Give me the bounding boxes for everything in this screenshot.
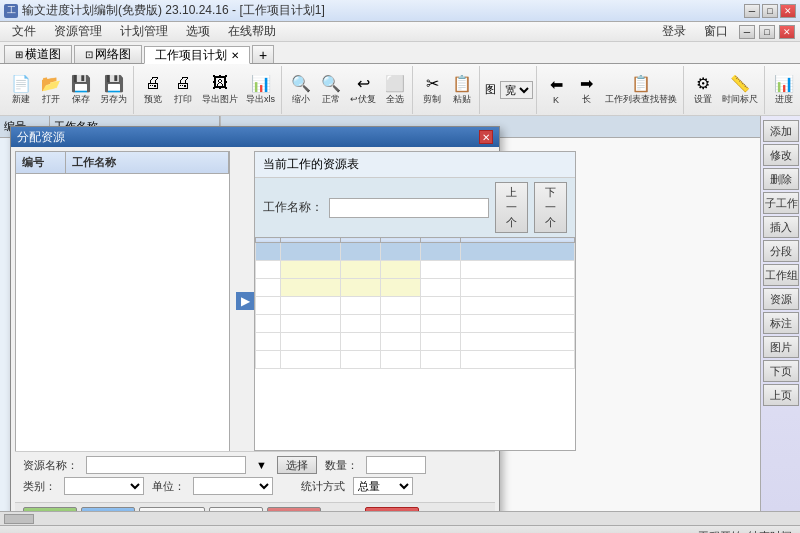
toolbar-paste[interactable]: 📋 粘贴	[448, 71, 476, 108]
table-row[interactable]	[256, 279, 575, 297]
cell-2-5[interactable]	[421, 261, 461, 279]
menu-file[interactable]: 文件	[4, 21, 44, 42]
toolbar-open[interactable]: 📂 打开	[37, 71, 65, 108]
cell-7-4[interactable]	[381, 351, 421, 369]
sidebar-annotation[interactable]: 标注	[763, 312, 799, 334]
toolbar-select-all[interactable]: ⬜ 全选	[381, 71, 409, 108]
cell-5-3[interactable]	[341, 315, 381, 333]
menu-login[interactable]: 登录	[654, 21, 694, 42]
cell-4-4[interactable]	[381, 297, 421, 315]
cell-6-3[interactable]	[341, 333, 381, 351]
cell-7-1[interactable]	[256, 351, 281, 369]
toolbar-new[interactable]: 📄 新建	[7, 71, 35, 108]
cell-3-4[interactable]	[381, 279, 421, 297]
cell-4-3[interactable]	[341, 297, 381, 315]
next-work-button[interactable]: 下一个	[534, 182, 567, 233]
table-row[interactable]	[256, 333, 575, 351]
toolbar-cut[interactable]: ✂ 剪制	[418, 71, 446, 108]
cell-3-5[interactable]	[421, 279, 461, 297]
add-action-button[interactable]: 添加	[23, 507, 77, 511]
toolbar-export-xls[interactable]: 📊 导出xls	[243, 71, 278, 108]
cell-7-6[interactable]	[461, 351, 575, 369]
horizontal-scrollbar[interactable]	[0, 511, 800, 525]
cell-5-6[interactable]	[461, 315, 575, 333]
sidebar-insert[interactable]: 插入	[763, 216, 799, 238]
cell-2-2[interactable]	[281, 261, 341, 279]
cell-4-2[interactable]	[281, 297, 341, 315]
minimize-button[interactable]: ─	[744, 4, 760, 18]
cell-3-6[interactable]	[461, 279, 575, 297]
calc-select[interactable]: 总量 平均 最大	[353, 477, 413, 495]
menu-resource[interactable]: 资源管理	[46, 21, 110, 42]
cell-6-1[interactable]	[256, 333, 281, 351]
cell-4-1[interactable]	[256, 297, 281, 315]
app-maximize[interactable]: □	[759, 25, 775, 39]
arrow-button[interactable]: ▶	[236, 292, 254, 310]
edit-action-button[interactable]: 修改	[81, 507, 135, 511]
scrollbar-thumb[interactable]	[4, 514, 34, 524]
cell-4-6[interactable]	[461, 297, 575, 315]
count-input[interactable]	[366, 456, 426, 474]
cell-3-1[interactable]	[256, 279, 281, 297]
tab-network[interactable]: ⊡ 网络图	[74, 45, 142, 63]
toolbar-zoom-normal[interactable]: 🔍 正常	[317, 71, 345, 108]
cell-2-3[interactable]	[341, 261, 381, 279]
sidebar-workgroup[interactable]: 工作组	[763, 264, 799, 286]
cell-4-5[interactable]	[421, 297, 461, 315]
sidebar-image[interactable]: 图片	[763, 336, 799, 358]
toolbar-settings[interactable]: ⚙ 设置	[689, 71, 717, 108]
save-action-button[interactable]: 保存⑤	[139, 507, 205, 511]
sidebar-prevpage[interactable]: 上页	[763, 384, 799, 406]
cell-6-2[interactable]	[281, 333, 341, 351]
sidebar-delete[interactable]: 删除	[763, 168, 799, 190]
type-select[interactable]	[64, 477, 144, 495]
cell-1-2[interactable]	[281, 243, 341, 261]
cell-2-1[interactable]	[256, 261, 281, 279]
sidebar-edit[interactable]: 修改	[763, 144, 799, 166]
toolbar-save[interactable]: 💾 保存	[67, 71, 95, 108]
sidebar-add[interactable]: 添加	[763, 120, 799, 142]
table-row[interactable]	[256, 243, 575, 261]
table-row[interactable]	[256, 261, 575, 279]
cell-5-4[interactable]	[381, 315, 421, 333]
toolbar-export-img[interactable]: 🖼 导出图片	[199, 71, 241, 108]
tab-work-plan[interactable]: 工作项目计划 ✕	[144, 46, 250, 64]
menu-options[interactable]: 选项	[178, 21, 218, 42]
table-row[interactable]	[256, 297, 575, 315]
cell-1-4[interactable]	[381, 243, 421, 261]
close-button[interactable]: ✕	[780, 4, 796, 18]
sidebar-split[interactable]: 分段	[763, 240, 799, 262]
menu-help[interactable]: 在线帮助	[220, 21, 284, 42]
window-controls[interactable]: ─ □ ✕	[744, 4, 796, 18]
cell-3-3[interactable]	[341, 279, 381, 297]
cell-3-2[interactable]	[281, 279, 341, 297]
sidebar-nextpage[interactable]: 下页	[763, 360, 799, 382]
cell-6-5[interactable]	[421, 333, 461, 351]
cell-2-6[interactable]	[461, 261, 575, 279]
cell-5-1[interactable]	[256, 315, 281, 333]
table-row[interactable]	[256, 351, 575, 369]
unit-select[interactable]	[193, 477, 273, 495]
cell-5-5[interactable]	[421, 315, 461, 333]
cell-1-5[interactable]	[421, 243, 461, 261]
menu-plan[interactable]: 计划管理	[112, 21, 176, 42]
toolbar-undo[interactable]: ↩ ↩伏复	[347, 71, 379, 108]
cell-2-4[interactable]	[381, 261, 421, 279]
view-select[interactable]: 宽 窄	[500, 81, 533, 99]
app-close[interactable]: ✕	[779, 25, 795, 39]
cell-7-2[interactable]	[281, 351, 341, 369]
resource-name-input[interactable]	[86, 456, 246, 474]
toolbar-preview[interactable]: 🖨 预览	[139, 71, 167, 108]
menu-window[interactable]: 窗口	[696, 21, 736, 42]
cell-5-2[interactable]	[281, 315, 341, 333]
back-action-button[interactable]: 返回	[209, 507, 263, 511]
toolbar-next[interactable]: ➡ 长	[572, 71, 600, 108]
select-resource-button[interactable]: 选择	[277, 456, 317, 474]
toolbar-prev[interactable]: ⬅ K	[542, 71, 570, 108]
tab-gantt[interactable]: ⊞ 横道图	[4, 45, 72, 63]
close-action-button[interactable]: 关闭	[365, 507, 419, 511]
toolbar-progress[interactable]: 📊 进度	[770, 71, 798, 108]
maximize-button[interactable]: □	[762, 4, 778, 18]
cell-7-5[interactable]	[421, 351, 461, 369]
tab-close-icon[interactable]: ✕	[231, 50, 239, 61]
